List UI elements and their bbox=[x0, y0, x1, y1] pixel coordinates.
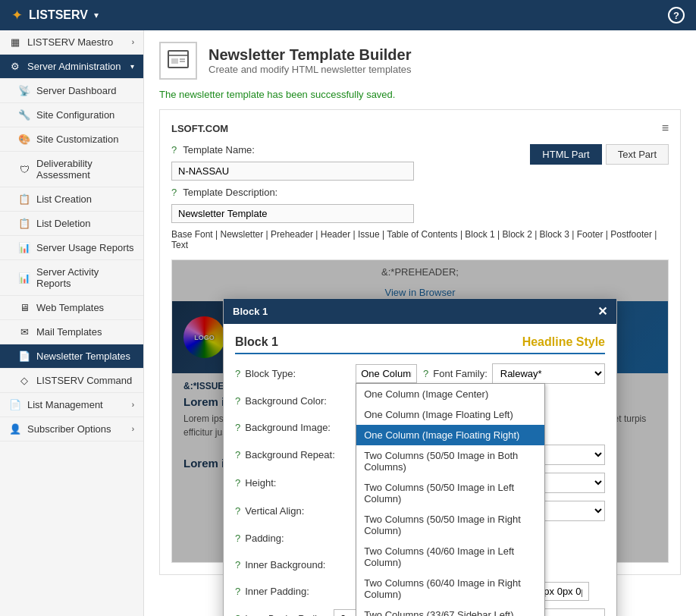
list-icon: 📋 bbox=[18, 193, 30, 205]
listserv-logo-icon: ✦ bbox=[11, 7, 23, 24]
sidebar-item-subscriber-options[interactable]: 👤 Subscriber Options › bbox=[0, 417, 143, 442]
template-name-label: Template Name: bbox=[183, 144, 255, 156]
font-family-help-icon[interactable]: ? bbox=[423, 368, 428, 379]
valign-label: Vertical Align: bbox=[245, 505, 351, 517]
sidebar-item-list-management[interactable]: 📄 List Management › bbox=[0, 393, 143, 417]
doc-icon: 📄 bbox=[9, 399, 21, 410]
dropdown-option-4[interactable]: Two Columns (50/50 Image in Left Column) bbox=[356, 477, 544, 509]
bg-repeat-label: Background Repeat: bbox=[245, 449, 351, 460]
chevron-right-icon: › bbox=[132, 38, 134, 46]
block-type-dropdown: One Column (Image Center) One Column (Im… bbox=[356, 383, 545, 616]
template-desc-help-icon[interactable]: ? bbox=[171, 187, 177, 198]
dropdown-option-7[interactable]: Two Columns (60/40 Image in Right Column… bbox=[356, 573, 544, 605]
tab-text-part[interactable]: Text Part bbox=[606, 144, 669, 165]
bg-color-help-icon[interactable]: ? bbox=[235, 395, 240, 407]
chevron-down-icon: ▾ bbox=[130, 62, 134, 71]
inner-border-radius-help-icon[interactable]: ? bbox=[235, 613, 240, 616]
block1-modal: Block 1 ✕ Block 1 Headline Style ? Blo bbox=[223, 298, 617, 616]
dropdown-option-6[interactable]: Two Columns (40/60 Image in Left Column) bbox=[356, 541, 544, 573]
bg-image-label: Background Image: bbox=[245, 422, 351, 433]
block-type-label: Block Type: bbox=[245, 368, 351, 379]
sidebar-item-newsletter-templates[interactable]: 📄 Newsletter Templates bbox=[0, 344, 143, 369]
dropdown-option-2[interactable]: One Column (Image Floating Right) bbox=[356, 425, 544, 445]
sidebar-item-server-usage-reports[interactable]: 📊 Server Usage Reports bbox=[0, 236, 143, 260]
grid-icon: ▦ bbox=[9, 36, 21, 48]
height-help-icon[interactable]: ? bbox=[235, 477, 240, 489]
sidebar-item-listserv-command[interactable]: ◇ LISTSERV Command bbox=[0, 369, 143, 393]
menu-icon[interactable]: ≡ bbox=[662, 121, 669, 135]
form-section: LSOFT.COM ≡ ? Template Name: ? Template … bbox=[159, 109, 681, 575]
part-tabs: HTML Part Text Part bbox=[530, 144, 669, 165]
tab-html-part[interactable]: HTML Part bbox=[530, 144, 601, 165]
page-title: Newsletter Template Builder bbox=[208, 46, 412, 64]
template-name-help-icon[interactable]: ? bbox=[171, 144, 177, 156]
sidebar-item-mail-templates[interactable]: ✉ Mail Templates bbox=[0, 320, 143, 344]
gear-icon: ⚙ bbox=[9, 61, 21, 72]
user-icon: 👤 bbox=[9, 423, 21, 435]
valign-help-icon[interactable]: ? bbox=[235, 505, 240, 517]
modal-close-button[interactable]: ✕ bbox=[597, 304, 607, 319]
help-button[interactable]: ? bbox=[668, 7, 685, 24]
brand-chevron-icon[interactable]: ▾ bbox=[94, 10, 99, 20]
section-title: LSOFT.COM bbox=[171, 123, 228, 134]
page-header-icon bbox=[159, 42, 197, 80]
activity-icon: 📊 bbox=[18, 272, 30, 284]
inner-padding-label: Inner Padding: bbox=[245, 586, 351, 597]
dropdown-option-3[interactable]: Two Columns (50/50 Image in Both Columns… bbox=[356, 445, 544, 477]
inner-border-radius-label: Inner Border Radius: bbox=[245, 614, 329, 617]
block-type-help-icon[interactable]: ? bbox=[235, 368, 240, 379]
dropdown-option-0[interactable]: One Column (Image Center) bbox=[356, 384, 544, 404]
sidebar-item-server-dashboard[interactable]: 📡 Server Dashboard bbox=[0, 79, 143, 103]
sidebar-item-list-deletion[interactable]: 📋 List Deletion bbox=[0, 212, 143, 236]
dropdown-option-1[interactable]: One Column (Image Floating Left) bbox=[356, 404, 544, 425]
success-message: The newsletter template has been success… bbox=[159, 89, 681, 100]
bg-repeat-help-icon[interactable]: ? bbox=[235, 449, 240, 460]
dropdown-option-8[interactable]: Two Columns (33/67 Sidebar Left) bbox=[356, 605, 544, 616]
list-del-icon: 📋 bbox=[18, 218, 30, 229]
template-name-input[interactable] bbox=[171, 162, 414, 181]
wrench-icon: 🔧 bbox=[18, 109, 30, 121]
shield-icon: 🛡 bbox=[18, 164, 30, 175]
inner-bg-help-icon[interactable]: ? bbox=[235, 559, 240, 570]
height-label: Height: bbox=[245, 477, 351, 489]
bg-color-label: Background Color: bbox=[245, 395, 351, 407]
bg-image-help-icon[interactable]: ? bbox=[235, 422, 240, 433]
sidebar-item-deliverability[interactable]: 🛡 Deliverability Assessment bbox=[0, 152, 143, 187]
sidebar: ▦ LISTSERV Maestro › ⚙ Server Administra… bbox=[0, 30, 144, 616]
font-family-label: Font Family: bbox=[433, 368, 488, 379]
sidebar-item-server-activity-reports[interactable]: 📊 Server Activity Reports bbox=[0, 260, 143, 296]
font-family-select[interactable]: Raleway* bbox=[492, 363, 605, 384]
modal-title: Block 1 bbox=[233, 306, 268, 317]
top-navbar: ✦ LISTSERV ▾ ? bbox=[0, 0, 696, 30]
chart-icon: 📊 bbox=[18, 242, 30, 253]
dropdown-option-5[interactable]: Two Columns (50/50 Image in Right Column… bbox=[356, 509, 544, 541]
mail-icon: ✉ bbox=[18, 326, 30, 338]
sidebar-item-web-templates[interactable]: 🖥 Web Templates bbox=[0, 296, 143, 320]
preview-area: &:*PREHEADER; View in Browser LOGO &*NEW… bbox=[171, 259, 669, 563]
page-subtitle: Create and modify HTML newsletter templa… bbox=[208, 64, 412, 75]
inner-padding-help-icon[interactable]: ? bbox=[235, 586, 240, 597]
sidebar-item-site-customization[interactable]: 🎨 Site Customization bbox=[0, 127, 143, 152]
sidebar-item-server-administration[interactable]: ⚙ Server Administration ▾ bbox=[0, 55, 143, 79]
subscriber-arrow-icon: › bbox=[132, 425, 134, 433]
sidebar-item-list-creation[interactable]: 📋 List Creation bbox=[0, 187, 143, 212]
code-icon: ◇ bbox=[18, 375, 30, 386]
main-content: Newsletter Template Builder Create and m… bbox=[144, 30, 696, 616]
inner-bg-label: Inner Background: bbox=[245, 559, 351, 570]
template-desc-label: Template Description: bbox=[183, 187, 277, 198]
template-desc-input[interactable] bbox=[171, 204, 414, 223]
sidebar-item-listserv-maestro[interactable]: ▦ LISTSERV Maestro › bbox=[0, 30, 143, 55]
nav-links: Base Font | Newsletter | Preheader | Hea… bbox=[171, 229, 669, 250]
sidebar-item-site-configuration[interactable]: 🔧 Site Configuration bbox=[0, 103, 143, 127]
newsletter-icon: 📄 bbox=[18, 350, 30, 362]
svg-rect-2 bbox=[171, 58, 178, 64]
arrow-right-icon: › bbox=[132, 401, 134, 409]
padding-label: Padding: bbox=[245, 533, 351, 544]
padding-help-icon[interactable]: ? bbox=[235, 533, 240, 544]
block-type-select[interactable]: One Column (Ima bbox=[356, 364, 417, 383]
page-header: Newsletter Template Builder Create and m… bbox=[159, 42, 681, 80]
modal-section-left-title: Block 1 bbox=[235, 335, 278, 349]
modal-titlebar: Block 1 ✕ bbox=[224, 299, 616, 324]
modal-section-right-title: Headline Style bbox=[522, 335, 605, 349]
brand-name: LISTSERV bbox=[29, 8, 88, 22]
